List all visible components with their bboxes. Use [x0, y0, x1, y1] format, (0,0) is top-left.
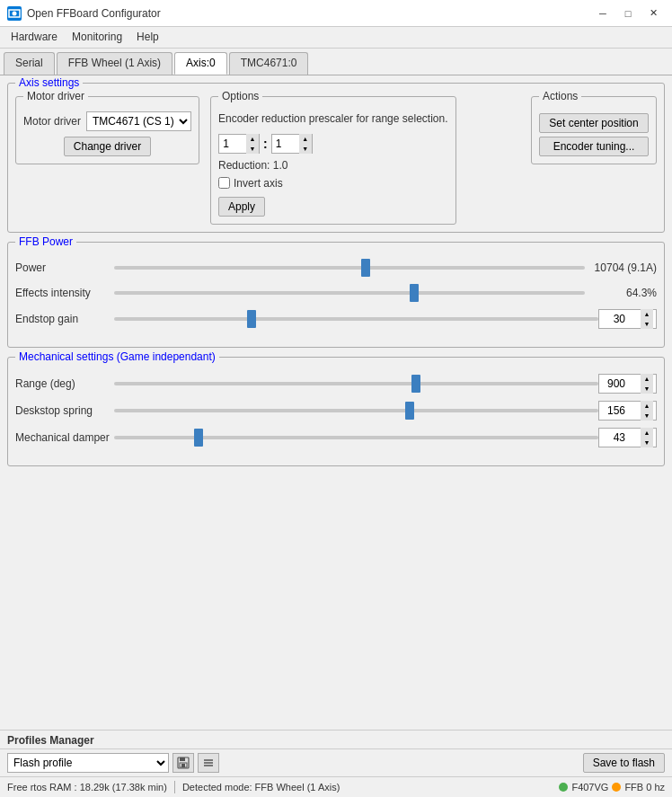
mechanical-damper-spin-down[interactable]: ▼: [641, 438, 653, 447]
reduction-input-2[interactable]: [272, 135, 299, 153]
endstop-gain-spin-down[interactable]: ▼: [641, 319, 653, 329]
tab-tmc4671[interactable]: TMC4671:0: [229, 52, 309, 75]
desktop-spring-spin-down[interactable]: ▼: [641, 411, 653, 421]
desktop-spring-spin-up[interactable]: ▲: [641, 401, 653, 411]
power-slider[interactable]: [114, 266, 585, 270]
svg-rect-5: [181, 764, 185, 767]
motor-driver-group: Motor driver Motor driver TMC4671 (CS 1)…: [15, 96, 199, 164]
range-label: Range (deg): [15, 377, 114, 390]
tab-axis0[interactable]: Axis:0: [174, 52, 227, 75]
motor-driver-select[interactable]: TMC4671 (CS 1) TMC4671 (CS 2) Other: [86, 111, 191, 131]
app-icon: [7, 6, 22, 21]
save-profile-icon-button[interactable]: [172, 753, 194, 773]
spin-up-1[interactable]: ▲: [246, 134, 259, 144]
range-input[interactable]: [599, 375, 641, 393]
close-button[interactable]: ✕: [641, 5, 665, 22]
range-spinbox[interactable]: ▲ ▼: [598, 374, 657, 394]
chip-status-dot: [559, 783, 568, 792]
endstop-gain-row: Endstop gain ▲ ▼: [15, 309, 657, 329]
tab-ffb-wheel[interactable]: FFB Wheel (1 Axis): [57, 52, 172, 75]
reduction-input-1[interactable]: [219, 135, 246, 153]
axis-settings-group: Axis settings Motor driver Motor driver …: [7, 83, 665, 233]
effects-intensity-value: 64.3%: [585, 287, 657, 299]
profiles-manager-bar: Flash profile Profile 2 Profile 3 Save t…: [0, 748, 672, 776]
svg-rect-3: [180, 757, 185, 761]
apply-button[interactable]: Apply: [218, 197, 265, 217]
menu-help[interactable]: Help: [129, 29, 166, 46]
range-slider[interactable]: [114, 382, 598, 385]
ffb-power-title: FFB Power: [15, 235, 76, 248]
endstop-gain-slider[interactable]: [114, 317, 598, 321]
save-to-flash-button[interactable]: Save to flash: [583, 753, 665, 773]
desktop-spring-slider[interactable]: [114, 409, 598, 412]
ram-info: Free rtos RAM : 18.29k (17.38k min): [7, 782, 167, 793]
minimize-button[interactable]: ─: [591, 5, 615, 22]
mechanical-damper-spin-up[interactable]: ▲: [641, 428, 653, 438]
profiles-manager-area: Profiles Manager Flash profile Profile 2…: [0, 730, 672, 776]
endstop-gain-slider-container: [114, 310, 598, 328]
list-icon: [202, 757, 215, 769]
endstop-gain-spinbox[interactable]: ▲ ▼: [598, 309, 657, 329]
tab-bar: Serial FFB Wheel (1 Axis) Axis:0 TMC4671…: [0, 49, 672, 75]
effects-intensity-row: Effects intensity 64.3%: [15, 284, 657, 302]
status-indicator: F407VG FFB 0 hz: [559, 782, 665, 793]
ffb-hz-label: FFB 0 hz: [624, 782, 665, 793]
range-row: Range (deg) ▲ ▼: [15, 374, 657, 394]
reduction-display: Reduction: 1.0: [218, 159, 447, 172]
range-slider-container: [114, 375, 598, 393]
ffb-power-group: FFB Power Power 10704 (9.1A) Effects int…: [7, 242, 665, 348]
reduction-spinbox-2[interactable]: ▲ ▼: [271, 134, 313, 154]
menu-hardware[interactable]: Hardware: [4, 29, 65, 46]
desktop-spring-label: Deskstop spring: [15, 404, 114, 417]
endstop-gain-input[interactable]: [599, 310, 641, 328]
list-icon-button[interactable]: [198, 753, 219, 773]
maximize-button[interactable]: □: [616, 5, 640, 22]
spin-up-2[interactable]: ▲: [299, 134, 312, 144]
encoder-tuning-button[interactable]: Encoder tuning...: [539, 137, 649, 156]
set-center-button[interactable]: Set center position: [539, 113, 649, 133]
mechanical-damper-label: Mechanical damper: [15, 431, 114, 444]
options-group: Options Encoder reduction prescaler for …: [210, 96, 455, 225]
profile-select[interactable]: Flash profile Profile 2 Profile 3: [7, 753, 169, 773]
desktop-spring-input[interactable]: [599, 402, 641, 420]
mechanical-damper-slider[interactable]: [114, 436, 598, 439]
range-spin-up[interactable]: ▲: [641, 374, 653, 384]
profiles-manager-header: Profiles Manager: [0, 731, 672, 748]
reduction-spinbox-row: ▲ ▼ : ▲ ▼: [218, 134, 447, 154]
range-spin-down[interactable]: ▼: [641, 384, 653, 394]
main-content: Axis settings Motor driver Motor driver …: [0, 75, 672, 730]
effects-intensity-slider-container: [114, 284, 585, 302]
reduction-separator: :: [263, 137, 268, 151]
actions-group-title: Actions: [539, 90, 581, 102]
power-label: Power: [15, 261, 114, 274]
spin-down-1[interactable]: ▼: [246, 144, 259, 154]
reduction-spinbox-1[interactable]: ▲ ▼: [218, 134, 260, 154]
tab-serial[interactable]: Serial: [4, 52, 55, 75]
change-driver-button[interactable]: Change driver: [64, 137, 151, 156]
menu-bar: Hardware Monitoring Help: [0, 27, 672, 49]
title-bar: Open FFBoard Configurator ─ □ ✕: [0, 0, 672, 27]
mechanical-settings-title: Mechanical settings (Game independant): [15, 350, 219, 363]
actions-group: Actions Set center position Encoder tuni…: [531, 96, 657, 164]
axis-settings-title: Axis settings: [15, 76, 83, 89]
power-slider-container: [114, 259, 585, 277]
effects-intensity-slider[interactable]: [114, 291, 585, 295]
desktop-spring-row: Deskstop spring ▲ ▼: [15, 401, 657, 421]
menu-monitoring[interactable]: Monitoring: [65, 29, 129, 46]
effects-intensity-label: Effects intensity: [15, 287, 114, 299]
desktop-spring-spinbox[interactable]: ▲ ▼: [598, 401, 657, 421]
mechanical-damper-spinbox[interactable]: ▲ ▼: [598, 428, 657, 447]
chip-label: F407VG: [571, 782, 608, 793]
endstop-gain-spin-up[interactable]: ▲: [641, 309, 653, 319]
desktop-spring-slider-container: [114, 402, 598, 420]
window-controls: ─ □ ✕: [591, 5, 665, 22]
invert-axis-checkbox[interactable]: [218, 177, 230, 189]
mechanical-damper-input[interactable]: [599, 429, 641, 447]
svg-point-1: [13, 11, 17, 15]
driver-row: Motor driver TMC4671 (CS 1) TMC4671 (CS …: [23, 111, 191, 131]
invert-axis-label: Invert axis: [234, 177, 283, 190]
ffb-status-dot: [612, 783, 621, 792]
spin-down-2[interactable]: ▼: [299, 144, 312, 154]
motor-driver-group-title: Motor driver: [23, 90, 88, 102]
invert-axis-row: Invert axis: [218, 177, 447, 190]
